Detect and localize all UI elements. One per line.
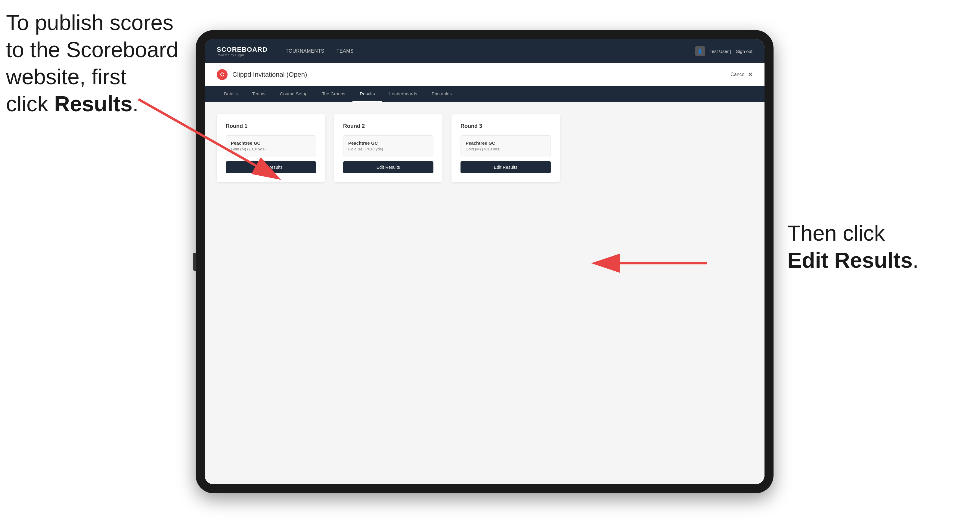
logo-main-text: SCOREBOARD bbox=[217, 46, 267, 54]
tablet-device: SCOREBOARD Powered by clippd TOURNAMENTS… bbox=[196, 30, 773, 493]
tab-leaderboards[interactable]: Leaderboards bbox=[382, 86, 425, 102]
sign-out-link[interactable]: Sign out bbox=[736, 49, 752, 54]
round-2-card: Round 2 Peachtree GC Gold (M) (7010 yds)… bbox=[334, 114, 442, 182]
user-name: Test User | bbox=[710, 49, 731, 54]
tournament-title: Clippd Invitational (Open) bbox=[232, 71, 307, 78]
instruction-bold: Results bbox=[54, 92, 132, 116]
round-3-card: Round 3 Peachtree GC Gold (M) (7010 yds)… bbox=[452, 114, 560, 182]
tab-results[interactable]: Results bbox=[352, 86, 382, 102]
round-2-course-details: Gold (M) (7010 yds) bbox=[348, 147, 428, 151]
rounds-grid: Round 1 Peachtree GC Gold (M) (7010 yds)… bbox=[217, 114, 752, 182]
tab-printables[interactable]: Printables bbox=[425, 86, 459, 102]
tab-course-setup[interactable]: Course Setup bbox=[273, 86, 315, 102]
right-instruction-bold: Edit Results bbox=[788, 248, 913, 272]
right-instruction: Then click Edit Results. bbox=[788, 220, 950, 274]
nav-bar: SCOREBOARD Powered by clippd TOURNAMENTS… bbox=[205, 39, 765, 63]
instruction-line4: click bbox=[6, 92, 54, 116]
edit-results-btn-2[interactable]: Edit Results bbox=[343, 161, 433, 173]
instruction-line3: website, first bbox=[6, 65, 126, 89]
user-avatar: 👤 bbox=[695, 46, 705, 56]
round-3-course-card: Peachtree GC Gold (M) (7010 yds) bbox=[460, 135, 551, 156]
edit-results-btn-3[interactable]: Edit Results bbox=[460, 161, 551, 173]
edit-results-btn-1[interactable]: Edit Results bbox=[226, 161, 316, 173]
round-2-course-name: Peachtree GC bbox=[348, 140, 428, 146]
tab-teams[interactable]: Teams bbox=[245, 86, 273, 102]
round-1-course-name: Peachtree GC bbox=[231, 140, 311, 146]
nav-links: TOURNAMENTS TEAMS bbox=[286, 46, 695, 56]
cancel-x-icon: ✕ bbox=[748, 71, 752, 78]
tablet-side-button bbox=[193, 253, 196, 271]
cancel-button[interactable]: Cancel ✕ bbox=[730, 71, 752, 78]
instruction-line1: To publish scores bbox=[6, 11, 173, 35]
round-3-course-name: Peachtree GC bbox=[466, 140, 546, 146]
tablet-screen: SCOREBOARD Powered by clippd TOURNAMENTS… bbox=[205, 39, 765, 484]
tournament-icon: C bbox=[217, 69, 228, 80]
logo: SCOREBOARD Powered by clippd bbox=[217, 46, 267, 57]
round-1-card: Round 1 Peachtree GC Gold (M) (7010 yds)… bbox=[217, 114, 325, 182]
tournament-icon-letter: C bbox=[220, 71, 224, 78]
instruction-line2: to the Scoreboard bbox=[6, 38, 178, 62]
tab-tee-groups[interactable]: Tee Groups bbox=[315, 86, 353, 102]
round-1-course-details: Gold (M) (7010 yds) bbox=[231, 147, 311, 151]
tournament-header: C Clippd Invitational (Open) Cancel ✕ bbox=[205, 63, 765, 86]
round-2-title: Round 2 bbox=[343, 123, 433, 129]
tabs-bar: Details Teams Course Setup Tee Groups Re… bbox=[205, 86, 765, 102]
round-2-course-card: Peachtree GC Gold (M) (7010 yds) bbox=[343, 135, 433, 156]
round-1-course-card: Peachtree GC Gold (M) (7010 yds) bbox=[226, 135, 316, 156]
nav-tournaments[interactable]: TOURNAMENTS bbox=[286, 46, 325, 56]
cancel-label: Cancel bbox=[730, 72, 746, 77]
right-instruction-end: . bbox=[913, 248, 919, 272]
instruction-end: . bbox=[132, 92, 138, 116]
logo-sub-text: Powered by clippd bbox=[217, 54, 267, 57]
round-1-title: Round 1 bbox=[226, 123, 316, 129]
round-3-course-details: Gold (M) (7010 yds) bbox=[466, 147, 546, 151]
nav-user-area: 👤 Test User | Sign out bbox=[695, 46, 752, 56]
round-3-title: Round 3 bbox=[460, 123, 551, 129]
left-instruction: To publish scores to the Scoreboard webs… bbox=[6, 9, 181, 117]
main-content: C Clippd Invitational (Open) Cancel ✕ De… bbox=[205, 63, 765, 484]
nav-teams[interactable]: TEAMS bbox=[337, 46, 354, 56]
content-area: Round 1 Peachtree GC Gold (M) (7010 yds)… bbox=[205, 102, 765, 484]
tab-details[interactable]: Details bbox=[217, 86, 245, 102]
right-instruction-line1: Then click bbox=[788, 221, 885, 245]
tournament-title-row: C Clippd Invitational (Open) bbox=[217, 69, 307, 80]
